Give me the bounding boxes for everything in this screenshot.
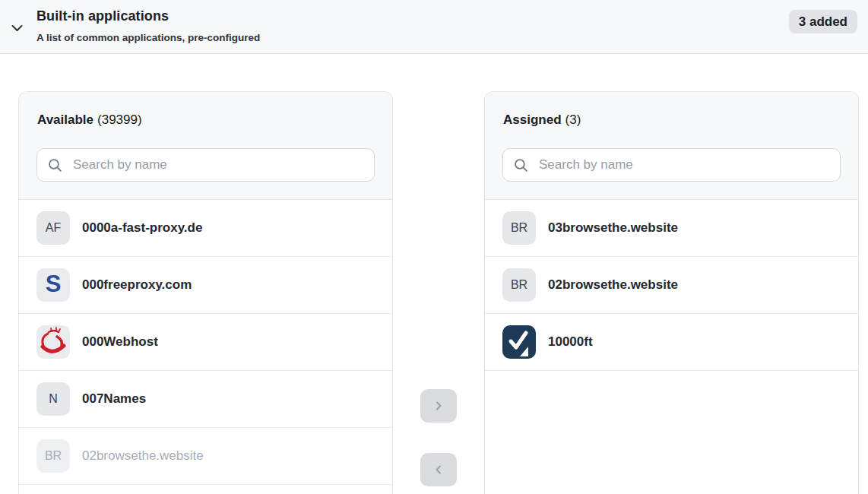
available-title: Available(39399)	[37, 112, 375, 128]
list-item[interactable]: 10000ft	[485, 314, 858, 371]
app-name: 02browsethe.website	[82, 448, 204, 464]
available-list: AF0000a-fast-proxy.deS000freeproxy.com 0…	[19, 200, 392, 485]
move-to-assigned-button[interactable]	[420, 389, 457, 423]
app-name: 0000a-fast-proxy.de	[82, 220, 202, 236]
app-name: 000Webhost	[82, 334, 158, 350]
move-to-available-button[interactable]	[420, 453, 457, 486]
chevron-left-icon	[432, 464, 445, 476]
section-subtitle: A list of common applications, pre-confi…	[36, 32, 260, 43]
list-item[interactable]: AF0000a-fast-proxy.de	[19, 200, 392, 257]
list-item[interactable]: N007Names	[19, 371, 392, 428]
assigned-title: Assigned(3)	[503, 112, 841, 128]
section-header: Built-in applications A list of common a…	[0, 0, 868, 54]
collapse-chevron-down-icon[interactable]	[7, 19, 27, 37]
app-initials-avatar: N	[36, 382, 70, 416]
assigned-search	[502, 148, 841, 182]
assigned-list: BR03browsethe.websiteBR02browsethe.websi…	[485, 200, 858, 371]
checkmark-logo-icon	[502, 325, 536, 359]
available-search	[36, 148, 375, 182]
app-initials-avatar: BR	[36, 439, 70, 473]
app-name: 10000ft	[548, 334, 593, 350]
added-count-badge: 3 added	[789, 10, 857, 33]
app-name: 03browsethe.website	[548, 220, 678, 236]
list-item[interactable]: 000Webhost	[19, 314, 392, 371]
assigned-panel: Assigned(3) BR03browsethe.websiteBR02bro…	[484, 91, 859, 494]
list-item[interactable]: BR02browsethe.website	[485, 257, 858, 314]
list-item[interactable]: BR03browsethe.website	[485, 200, 858, 257]
app-initials-avatar: BR	[502, 268, 536, 302]
app-logo-s-icon: S	[36, 268, 70, 302]
search-icon	[513, 157, 529, 173]
available-panel: Available(39399) AF0000a-fast-proxy.deS0…	[18, 91, 393, 494]
list-item: BR02browsethe.website	[19, 428, 392, 485]
assigned-panel-header: Assigned(3)	[485, 92, 858, 200]
app-name: 000freeproxy.com	[82, 277, 192, 293]
webhost-swirl-logo-icon	[36, 325, 70, 359]
app-initials-avatar: BR	[502, 211, 536, 245]
available-search-input[interactable]	[71, 157, 364, 173]
app-name: 007Names	[82, 391, 146, 407]
app-initials-avatar: AF	[36, 211, 70, 245]
built-in-applications-section: Built-in applications A list of common a…	[0, 0, 868, 494]
list-item[interactable]: S000freeproxy.com	[19, 257, 392, 314]
app-name: 02browsethe.website	[548, 277, 678, 293]
section-title: Built-in applications	[36, 8, 169, 24]
chevron-right-icon	[432, 400, 445, 412]
assigned-search-input[interactable]	[537, 157, 830, 173]
available-panel-header: Available(39399)	[19, 92, 392, 200]
search-icon	[47, 157, 63, 173]
